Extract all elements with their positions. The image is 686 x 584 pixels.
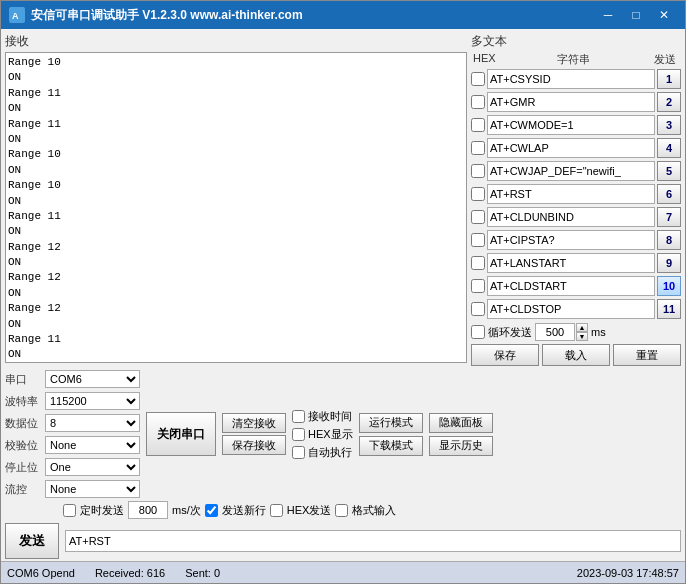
multitext-row-7: 7 [471, 206, 681, 228]
stopbit-select[interactable]: One [45, 458, 140, 476]
mt-send-btn-10[interactable]: 10 [657, 276, 681, 296]
reset-button[interactable]: 重置 [613, 344, 681, 366]
mt-input-4[interactable] [487, 138, 655, 158]
mt-send-btn-6[interactable]: 6 [657, 184, 681, 204]
mt-send-btn-9[interactable]: 9 [657, 253, 681, 273]
mt-input-9[interactable] [487, 253, 655, 273]
hex-display-checkbox[interactable] [292, 428, 305, 441]
download-mode-button[interactable]: 下载模式 [359, 436, 423, 456]
hex-send-checkbox[interactable] [270, 504, 283, 517]
close-button[interactable]: ✕ [651, 5, 677, 25]
format-input-checkbox[interactable] [335, 504, 348, 517]
col-send-label: 发送 [651, 52, 679, 67]
mt-checkbox-4[interactable] [471, 141, 485, 155]
mt-send-btn-7[interactable]: 7 [657, 207, 681, 227]
mt-send-btn-5[interactable]: 5 [657, 161, 681, 181]
loop-value-input[interactable] [535, 323, 575, 341]
mt-input-7[interactable] [487, 207, 655, 227]
timed-unit-label: ms/次 [172, 503, 201, 518]
window-title: 安信可串口调试助手 V1.2.3.0 www.ai-thinker.com [31, 7, 595, 24]
loop-spinner: ▲ ▼ [576, 323, 588, 341]
parity-select[interactable]: None [45, 436, 140, 454]
sent-count: Sent: 0 [185, 567, 220, 579]
open-close-button[interactable]: 关闭串口 [146, 412, 216, 456]
app-icon: A [9, 7, 25, 23]
mt-input-1[interactable] [487, 69, 655, 89]
mt-checkbox-1[interactable] [471, 72, 485, 86]
mt-send-btn-3[interactable]: 3 [657, 115, 681, 135]
port-select[interactable]: COM6 [45, 370, 140, 388]
newline-label: 发送新行 [222, 503, 266, 518]
mt-checkbox-7[interactable] [471, 210, 485, 224]
mt-checkbox-6[interactable] [471, 187, 485, 201]
databit-row: 数据位 8 [5, 413, 140, 433]
minimize-button[interactable]: ─ [595, 5, 621, 25]
mt-checkbox-11[interactable] [471, 302, 485, 316]
loop-send-checkbox[interactable] [471, 325, 485, 339]
show-history-button[interactable]: 显示历史 [429, 436, 493, 456]
mt-input-10[interactable] [487, 276, 655, 296]
mt-send-btn-4[interactable]: 4 [657, 138, 681, 158]
loop-spinner-down[interactable]: ▼ [576, 332, 588, 341]
main-window: A 安信可串口调试助手 V1.2.3.0 www.ai-thinker.com … [0, 0, 686, 584]
receive-textarea[interactable] [5, 52, 467, 363]
recv-time-label: 接收时间 [308, 409, 352, 424]
hide-panel-button[interactable]: 隐藏面板 [429, 413, 493, 433]
databit-select[interactable]: 8 [45, 414, 140, 432]
flow-select[interactable]: None [45, 480, 140, 498]
receive-label: 接收 [5, 33, 467, 50]
stopbit-label: 停止位 [5, 460, 45, 475]
recv-time-checkbox[interactable] [292, 410, 305, 423]
bottom-controls: 串口 COM6 波特率 115200 数据位 8 [1, 367, 685, 561]
hex-display-label: HEX显示 [308, 427, 353, 442]
mt-checkbox-9[interactable] [471, 256, 485, 270]
loop-send-label: 循环发送 [488, 325, 532, 340]
loop-spinner-up[interactable]: ▲ [576, 323, 588, 332]
stopbit-row: 停止位 One [5, 457, 140, 477]
maximize-button[interactable]: □ [623, 5, 649, 25]
save-button[interactable]: 保存 [471, 344, 539, 366]
multitext-panel: 多文本 HEX 字符串 发送 1234567891011 循环发送 ▲ ▼ [471, 33, 681, 363]
send-top-row: 定时发送 ms/次 发送新行 HEX发送 格式输入 [5, 501, 681, 519]
mt-checkbox-2[interactable] [471, 95, 485, 109]
mt-input-11[interactable] [487, 299, 655, 319]
statusbar: COM6 Opend Received: 616 Sent: 0 2023-09… [1, 561, 685, 583]
timed-send-checkbox[interactable] [63, 504, 76, 517]
timed-send-input[interactable] [128, 501, 168, 519]
window-controls: ─ □ ✕ [595, 5, 677, 25]
mt-action-row: 保存 载入 重置 [471, 344, 681, 366]
mt-input-3[interactable] [487, 115, 655, 135]
col-hex-label: HEX [473, 52, 495, 67]
flow-row: 流控 None [5, 479, 140, 499]
send-button[interactable]: 发送 [5, 523, 59, 559]
newline-checkbox[interactable] [205, 504, 218, 517]
mt-input-5[interactable] [487, 161, 655, 181]
run-mode-button[interactable]: 运行模式 [359, 413, 423, 433]
mt-input-6[interactable] [487, 184, 655, 204]
mt-checkbox-3[interactable] [471, 118, 485, 132]
mt-checkbox-5[interactable] [471, 164, 485, 178]
mt-input-8[interactable] [487, 230, 655, 250]
baud-select[interactable]: 115200 [45, 392, 140, 410]
port-label: 串口 [5, 372, 45, 387]
mt-send-btn-8[interactable]: 8 [657, 230, 681, 250]
multitext-columns: HEX 字符串 发送 [471, 52, 681, 67]
extra-buttons: 隐藏面板 显示历史 [429, 413, 493, 456]
baud-label: 波特率 [5, 394, 45, 409]
receive-panel: 接收 [5, 33, 467, 363]
auto-exec-checkbox[interactable] [292, 446, 305, 459]
mt-send-btn-1[interactable]: 1 [657, 69, 681, 89]
send-input[interactable] [65, 530, 681, 552]
load-button[interactable]: 载入 [542, 344, 610, 366]
clear-recv-button[interactable]: 清空接收 [222, 413, 286, 433]
multitext-row-6: 6 [471, 183, 681, 205]
mt-checkbox-8[interactable] [471, 233, 485, 247]
baud-row: 波特率 115200 [5, 391, 140, 411]
mt-input-2[interactable] [487, 92, 655, 112]
mt-send-btn-11[interactable]: 11 [657, 299, 681, 319]
save-recv-button[interactable]: 保存接收 [222, 435, 286, 455]
mt-checkbox-10[interactable] [471, 279, 485, 293]
loop-row: 循环发送 ▲ ▼ ms [471, 323, 681, 341]
mt-send-btn-2[interactable]: 2 [657, 92, 681, 112]
timed-send-label: 定时发送 [80, 503, 124, 518]
